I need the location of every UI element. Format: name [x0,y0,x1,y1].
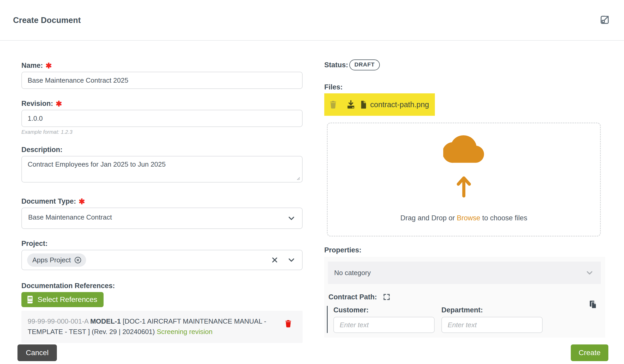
contract-path-children: Customer: Department: [327,306,543,333]
reference-model: MODEL-1 [90,317,121,325]
revision-format-hint: Example format: 1.2.3 [21,129,303,135]
description-textarea[interactable]: Contract Employees for Jan 2025 to Jun 2… [21,156,303,183]
customer-input[interactable] [333,317,435,333]
create-button[interactable]: Create [571,344,608,361]
file-dropzone[interactable]: Drag and Drop or Browse to choose files [327,123,601,236]
required-asterisk: ✱ [56,100,62,108]
chevron-down-icon[interactable] [585,268,595,278]
resize-handle-icon[interactable] [297,177,300,180]
chevron-down-icon[interactable] [286,255,296,265]
select-references-label: Select References [38,295,97,304]
field-description: Description: Contract Employees for Jan … [21,145,303,184]
file-name[interactable]: contract-path.png [370,100,429,109]
required-asterisk: ✱ [46,62,52,70]
chevron-down-icon[interactable] [286,213,296,223]
field-name: Name:✱ [21,61,303,89]
field-documentation-references: Documentation References: Select Referen… [21,282,303,343]
status-row: Status: DRAFT [324,59,605,70]
name-label: Name: [21,62,43,69]
file-list-item: contract-path.png [324,93,435,116]
category-name: No category [334,269,371,277]
dialog-header: Create Document [0,0,624,41]
files-label: Files: [324,83,605,91]
cancel-button[interactable]: Cancel [17,344,57,361]
properties-panel: No category Contract Path: [324,257,605,338]
contract-path-label: Contract Path: [328,293,377,301]
name-input[interactable] [21,72,303,89]
field-revision: Revision:✱ Example format: 1.2.3 [21,99,303,135]
document-type-value: Base Maintenance Contract [28,213,112,221]
field-department: Department: [441,306,543,333]
reference-code: 99-99-99-000-001-A [28,317,88,325]
file-icon [359,100,368,109]
properties-label: Properties: [324,246,605,254]
documentation-references-label: Documentation References: [21,282,115,290]
create-document-dialog: Create Document Name:✱ Revision:✱ Exampl… [0,0,624,364]
department-label: Department: [441,306,543,314]
cloud-upload-icon [443,133,484,165]
reference-list-item: 99-99-99-000-001-A MODEL-1 [DOC-1 AIRCRA… [21,311,303,343]
project-select[interactable]: Apps Project [21,250,303,270]
document-type-label: Document Type: [21,197,76,205]
revision-label: Revision: [21,100,53,107]
left-form-column: Name:✱ Revision:✱ Example format: 1.2.3 … [21,57,303,343]
right-form-column: Status: DRAFT Files: [324,57,605,338]
department-input[interactable] [441,317,543,333]
document-type-select[interactable]: Base Maintenance Contract [21,208,303,229]
download-icon[interactable] [346,99,356,110]
required-asterisk: ✱ [79,197,85,206]
reference-revision-note[interactable]: Screening revision [157,328,213,336]
project-chip-label: Apps Project [32,256,71,264]
field-customer: Customer: [333,306,435,333]
description-label: Description: [21,146,63,154]
field-document-type: Document Type:✱ Base Maintenance Contrac… [21,197,303,229]
customer-label: Customer: [333,306,435,314]
book-icon [26,295,34,305]
project-label: Project: [21,240,48,247]
project-chip[interactable]: Apps Project [27,253,86,267]
page-title: Create Document [13,16,81,25]
status-badge: DRAFT [349,59,380,70]
x-icon[interactable] [270,256,279,264]
browse-link[interactable]: Browse [457,214,480,222]
upload-arrow-icon [456,174,472,198]
circled-x-icon[interactable] [74,256,82,264]
expand-window-icon[interactable] [599,14,610,26]
revision-input[interactable] [21,110,303,127]
field-project: Project: Apps Project [21,239,303,270]
reference-text: 99-99-99-000-001-A MODEL-1 [DOC-1 AIRCRA… [28,316,283,337]
fullscreen-corners-icon[interactable] [383,293,391,301]
category-collapse-bar[interactable]: No category [328,262,601,284]
select-references-button[interactable]: Select References [21,292,104,307]
dropzone-text: Drag and Drop or Browse to choose files [328,214,600,222]
contract-path-row: Contract Path: [328,293,391,301]
trash-icon[interactable] [328,100,338,109]
status-label: Status: [324,61,348,69]
copy-icon[interactable] [589,300,598,309]
trash-icon[interactable] [284,319,293,328]
